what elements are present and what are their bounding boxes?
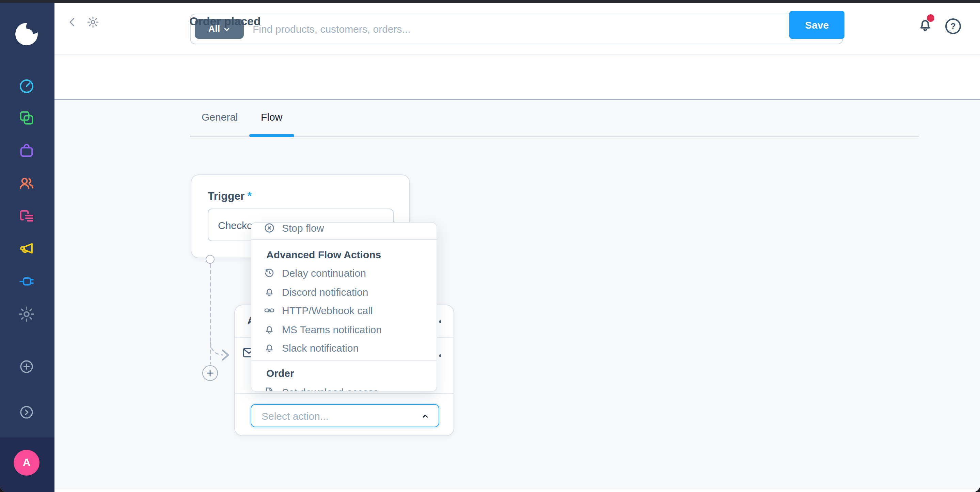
- page-title: Order placed: [189, 3, 261, 44]
- menu-item-label: Discord notification: [282, 286, 368, 298]
- chevron-up-icon: [421, 411, 430, 420]
- menu-divider: [251, 237, 436, 241]
- add-sequence-button[interactable]: [202, 365, 218, 381]
- window-top-strip: [0, 0, 980, 3]
- help-button[interactable]: ?: [945, 18, 961, 34]
- admin-app: A All: [0, 3, 980, 492]
- layout-list-icon: [18, 207, 35, 225]
- menu-group-header: Advanced Flow Actions: [251, 244, 436, 264]
- sidebar: A: [0, 3, 54, 492]
- select-action-combobox[interactable]: Select action...: [251, 404, 439, 427]
- delay-icon: [264, 267, 275, 279]
- menu-item-label: HTTP/Webhook call: [282, 305, 372, 316]
- stop-circle-icon: [264, 222, 275, 233]
- menu-item[interactable]: Stop flow: [251, 222, 436, 237]
- menu-item-label: Set download access: [282, 387, 379, 392]
- content-area: [54, 100, 980, 489]
- tab-general[interactable]: General: [202, 111, 238, 123]
- select-action-placeholder: Select action...: [261, 410, 421, 422]
- shopware-logo[interactable]: [13, 21, 40, 48]
- app-stage: A All: [0, 0, 980, 492]
- sidebar-item-expand[interactable]: [19, 405, 34, 420]
- gear-icon: [86, 16, 99, 29]
- global-search[interactable]: All: [190, 14, 843, 44]
- flow-settings-button[interactable]: [86, 16, 99, 31]
- speedometer-icon: [18, 77, 35, 95]
- required-mark: *: [247, 190, 251, 202]
- sidebar-item-customers[interactable]: [18, 174, 35, 192]
- link-icon: [264, 305, 275, 316]
- back-button[interactable]: [67, 16, 78, 31]
- save-button[interactable]: Save: [789, 11, 845, 39]
- sidebar-item-marketing[interactable]: [18, 240, 35, 257]
- megaphone-icon: [18, 240, 35, 257]
- menu-group-header: Order: [251, 364, 436, 383]
- menu-item-label: Stop flow: [282, 222, 324, 233]
- bell-icon: [264, 342, 275, 354]
- menu-item[interactable]: HTTP/Webhook call: [251, 301, 436, 320]
- sidebar-item-orders[interactable]: [18, 141, 35, 159]
- sidebar-item-catalogues[interactable]: [18, 109, 35, 127]
- overlapping-squares-icon: [18, 109, 35, 127]
- menu-item[interactable]: MS Teams notification: [251, 320, 436, 339]
- trigger-output-port: [206, 255, 215, 264]
- topbar-actions: ?: [917, 3, 961, 52]
- sidebar-item-extensions[interactable]: [18, 273, 35, 290]
- smartbar: [54, 55, 980, 100]
- sidebar-item-content[interactable]: [18, 207, 35, 225]
- action-card-footer: Select action...: [235, 393, 453, 437]
- notifications-button[interactable]: [917, 16, 934, 36]
- sidebar-item-dashboard[interactable]: [18, 77, 35, 95]
- menu-divider: [251, 358, 436, 364]
- plus-circle-icon: [19, 359, 34, 374]
- avatar[interactable]: A: [14, 450, 40, 476]
- gear-icon: [18, 305, 35, 323]
- menu-item-label: Delay continuation: [282, 267, 366, 279]
- shopping-bag-icon: [18, 141, 35, 159]
- menu-item[interactable]: Discord notification: [251, 283, 436, 301]
- search-input[interactable]: [251, 22, 819, 35]
- action-dropdown: Stop flowAdvanced Flow ActionsDelay cont…: [251, 222, 437, 392]
- menu-item[interactable]: Delay continuation: [251, 264, 436, 283]
- document-icon: [264, 387, 275, 392]
- bell-icon: [264, 324, 275, 335]
- plug-icon: [18, 273, 35, 290]
- chevron-right-circle-icon: [19, 405, 34, 420]
- chevron-left-icon: [67, 16, 78, 28]
- bell-icon: [264, 286, 275, 298]
- tab-rail: [190, 136, 919, 137]
- sidebar-item-add[interactable]: [19, 359, 34, 374]
- browser-window: A All: [0, 3, 980, 492]
- menu-item[interactable]: Set download access: [251, 383, 436, 392]
- active-tab-underline: [249, 134, 294, 137]
- tab-flow[interactable]: Flow: [261, 111, 282, 123]
- menu-item[interactable]: Slack notification: [251, 339, 436, 358]
- menu-item-label: MS Teams notification: [282, 324, 382, 335]
- plus-icon: [206, 369, 215, 377]
- menu-item-label: Slack notification: [282, 342, 359, 354]
- users-icon: [18, 174, 35, 192]
- sidebar-item-settings[interactable]: [18, 305, 35, 323]
- notification-badge: [927, 14, 934, 21]
- trigger-label: Trigger*: [208, 190, 251, 202]
